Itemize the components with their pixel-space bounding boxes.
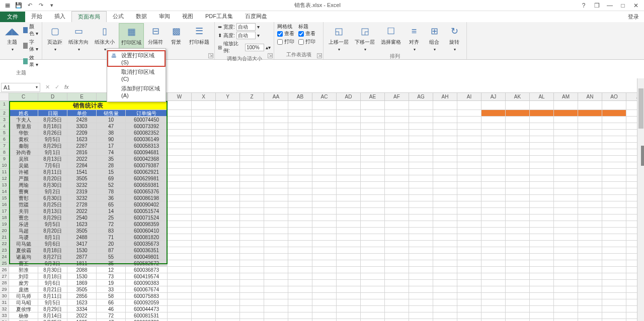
cell[interactable] <box>264 293 288 299</box>
cell[interactable] <box>409 260 433 267</box>
cell[interactable] <box>361 254 385 260</box>
col-AG[interactable]: AG <box>409 93 433 100</box>
cell[interactable]: 1869 <box>67 280 97 286</box>
cell[interactable]: 3303 <box>67 123 97 130</box>
cell[interactable]: 2816 <box>67 149 97 156</box>
cell[interactable] <box>312 162 337 169</box>
cell[interactable] <box>602 175 626 182</box>
cell[interactable] <box>361 162 385 169</box>
cell[interactable] <box>240 293 264 299</box>
cell[interactable] <box>264 312 288 319</box>
cell[interactable] <box>409 117 433 123</box>
cell[interactable] <box>288 247 312 254</box>
row-header[interactable]: 5 <box>0 130 9 136</box>
cell[interactable] <box>216 234 240 241</box>
cell[interactable] <box>578 195 602 201</box>
cell[interactable]: 8月20日 <box>38 175 67 182</box>
cell[interactable] <box>168 117 192 123</box>
cell[interactable] <box>409 162 433 169</box>
cell[interactable] <box>312 254 337 260</box>
cell[interactable]: 600058313 <box>126 143 168 149</box>
cell[interactable] <box>578 136 602 143</box>
cell[interactable] <box>240 254 264 260</box>
cell[interactable]: 许褚 <box>9 169 38 175</box>
cell[interactable]: 马超 <box>9 228 38 234</box>
cell[interactable]: 3334 <box>67 306 97 312</box>
cell[interactable] <box>361 306 385 312</box>
cell[interactable]: 74 <box>97 149 126 156</box>
cell[interactable] <box>433 130 457 136</box>
cell[interactable] <box>337 312 361 319</box>
cell[interactable] <box>578 143 602 149</box>
tab-0[interactable]: 开始 <box>25 11 48 22</box>
cell[interactable] <box>433 228 457 234</box>
cell[interactable] <box>578 280 602 286</box>
cell[interactable] <box>192 117 216 123</box>
cell[interactable] <box>481 228 506 234</box>
tab-2[interactable]: 页面布局 <box>71 11 107 22</box>
cell[interactable] <box>240 110 264 117</box>
cell[interactable]: 订单编号 <box>126 110 168 117</box>
cell[interactable] <box>578 130 602 136</box>
cell[interactable] <box>216 175 240 182</box>
cell[interactable] <box>554 101 578 110</box>
cell[interactable] <box>578 117 602 123</box>
cell[interactable] <box>337 215 361 221</box>
cell[interactable] <box>554 149 578 156</box>
cell[interactable]: 600035673 <box>126 241 168 247</box>
cell[interactable] <box>312 306 337 312</box>
cell[interactable] <box>554 175 578 182</box>
col-E[interactable]: E <box>67 93 97 100</box>
cell[interactable] <box>578 260 602 267</box>
cell[interactable] <box>288 267 312 273</box>
cell[interactable] <box>506 260 530 267</box>
cell[interactable] <box>216 286 240 293</box>
cell[interactable] <box>264 241 288 247</box>
cell[interactable] <box>554 260 578 267</box>
cell[interactable] <box>240 260 264 267</box>
cell[interactable] <box>312 260 337 267</box>
cell[interactable] <box>602 149 626 156</box>
cell[interactable] <box>288 143 312 149</box>
cell[interactable]: 78 <box>97 188 126 195</box>
row-header[interactable]: 12 <box>0 175 9 182</box>
cell[interactable] <box>264 319 288 321</box>
cell[interactable] <box>312 101 337 110</box>
cell[interactable] <box>554 306 578 312</box>
cell[interactable]: 600042368 <box>126 156 168 162</box>
cell[interactable] <box>578 162 602 169</box>
row-header[interactable]: 2 <box>0 110 9 117</box>
cell[interactable]: 8月30日 <box>38 267 67 273</box>
cell[interactable] <box>409 143 433 149</box>
cell[interactable] <box>554 293 578 299</box>
cell[interactable] <box>385 293 409 299</box>
cell[interactable] <box>457 312 481 319</box>
cell[interactable] <box>312 136 337 143</box>
cell[interactable] <box>168 130 192 136</box>
cell[interactable]: 600062921 <box>126 169 168 175</box>
cell[interactable] <box>361 110 385 117</box>
cell[interactable]: 1541 <box>67 169 97 175</box>
ribbon-options-icon[interactable]: ❐ <box>593 2 601 9</box>
cell[interactable] <box>409 273 433 280</box>
cell[interactable]: 姓名 <box>9 110 38 117</box>
cell[interactable] <box>312 234 337 241</box>
cell[interactable] <box>361 208 385 215</box>
cell[interactable] <box>192 169 216 175</box>
cell[interactable] <box>554 280 578 286</box>
cell[interactable] <box>385 195 409 201</box>
cell[interactable] <box>168 143 192 149</box>
cell[interactable]: 2088 <box>67 267 97 273</box>
file-tab[interactable]: 文件 <box>0 12 25 22</box>
cell[interactable] <box>433 201 457 208</box>
cell[interactable] <box>457 123 481 130</box>
cell[interactable] <box>578 169 602 175</box>
cell[interactable] <box>457 299 481 306</box>
cell[interactable]: 1623 <box>67 221 97 228</box>
cell[interactable] <box>240 267 264 273</box>
cell[interactable]: 2728 <box>67 201 97 208</box>
cell[interactable]: 25 <box>97 215 126 221</box>
cell[interactable]: 600075883 <box>126 293 168 299</box>
cell[interactable] <box>578 234 602 241</box>
cell[interactable]: 8月13日 <box>38 156 67 162</box>
